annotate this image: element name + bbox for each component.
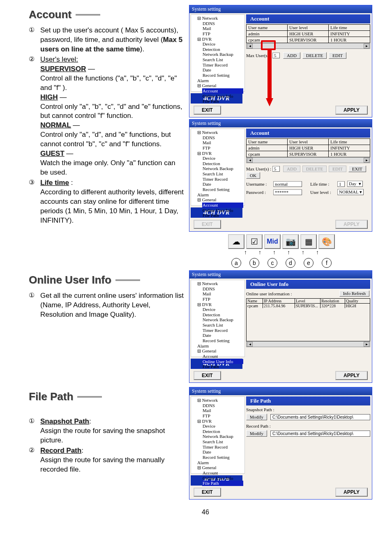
exit-button-small[interactable]: EXIT (348, 166, 366, 172)
dialog-title: System setting (189, 271, 372, 279)
apply-button[interactable]: APPLY (335, 106, 368, 115)
tree-device[interactable]: Device (202, 41, 243, 47)
exit-button[interactable]: EXIT (194, 488, 221, 497)
scroll-left-icon[interactable]: ◂ (247, 44, 253, 48)
label-f: f (322, 258, 332, 268)
live-icon[interactable]: ☁ (228, 234, 244, 249)
enum-num: ① (29, 291, 40, 320)
account-item2: User's level: SUPERVISOR — Control all t… (40, 55, 185, 177)
max-users-input[interactable]: 5 (272, 53, 280, 58)
tree[interactable]: ⊟ Network DDNS Mail FTP ⊟ DVR Device (191, 14, 245, 92)
online-info-label: Online user information : (246, 291, 292, 296)
snapshot-path-input[interactable]: C:\Documents and Settings\Ricky1\Desktop… (270, 414, 370, 420)
enum-num: ② (29, 446, 40, 474)
exit-button[interactable]: EXIT (194, 106, 221, 115)
apply-button[interactable]: APPLY (335, 488, 368, 497)
scroll-right-icon[interactable]: ▸ (364, 158, 369, 163)
account-title: Account (29, 8, 185, 21)
scroll-left-icon[interactable]: ◂ (247, 342, 253, 347)
scroll-right-icon[interactable]: ▸ (364, 44, 369, 48)
label-b: b (249, 258, 259, 268)
delete-button[interactable]: DELETE (302, 52, 327, 59)
pane-title: Online User Info (246, 280, 370, 289)
lifetime-unit-select[interactable]: Day▾ (347, 181, 363, 187)
mid-icon[interactable]: Mid (264, 234, 281, 249)
password-input[interactable]: ****** (273, 189, 302, 195)
camera-icon[interactable]: 📷 (282, 234, 299, 249)
tree-network[interactable]: ⊟ Network DDNS Mail FTP (197, 130, 244, 151)
enum-num: ① (29, 417, 40, 445)
online-title: Online User Info (29, 274, 185, 286)
tree-detection[interactable]: Detection (202, 47, 243, 52)
max-users-input[interactable]: 5 (272, 166, 280, 172)
account-dialog-2: System setting ⊟ Network DDNS Mail FTP (189, 119, 372, 232)
label-c: c (267, 258, 277, 268)
tree-mail[interactable]: Mail (202, 26, 243, 31)
username-input[interactable]: normal (273, 181, 302, 187)
page-number: 46 (29, 509, 382, 516)
hscroll[interactable]: ◂ ▸ (246, 157, 370, 163)
icon-strip: ☁ ☑ Mid 📷 ▦ 🎨 ↑↑↑↑↑↑ a b c d e f (189, 234, 374, 268)
tree-online-user-info[interactable]: Online User Info (202, 94, 243, 99)
info-refresh-button[interactable]: Info Refresh (339, 290, 369, 297)
tree[interactable]: ⊟ Network DDNS Mail FTP ⊟ DVR Device (191, 396, 245, 474)
label-a: a (231, 258, 241, 268)
tree-general[interactable]: ⊟ General Account Online User Info File … (197, 197, 244, 218)
tree-network-backup[interactable]: Network Backup (202, 52, 243, 57)
scroll-left-icon[interactable]: ◂ (247, 158, 253, 163)
hscroll[interactable]: ◂ ▸ (246, 341, 370, 347)
svg-marker-1 (266, 98, 273, 106)
pane-title: File Path (246, 396, 370, 405)
scroll-right-icon[interactable]: ▸ (364, 342, 369, 347)
account-table: User nameUser levelLife time (246, 24, 370, 31)
tree-timer-record[interactable]: Timer Record (202, 62, 243, 68)
red-highlight (261, 40, 276, 50)
enum-num: ② (29, 55, 40, 177)
tree-dvr[interactable]: ⊟ DVR Device Detection Network Backup Se… (197, 37, 244, 78)
label-d: d (286, 258, 295, 268)
record-path-label: Record Path : (246, 424, 370, 428)
tree-search-list[interactable]: Search List (202, 57, 243, 62)
account-dialog-1: System setting ⊟ Network DDNS Mail FTP (189, 5, 372, 117)
modify-button[interactable]: Modify (246, 430, 267, 437)
tree-account[interactable]: Account (202, 88, 243, 94)
password-label: Password : (246, 190, 271, 195)
tree-alarm[interactable]: Alarm (197, 78, 244, 83)
quad-icon[interactable]: ▦ (300, 234, 317, 249)
ok-button[interactable]: OK (246, 172, 260, 179)
lifetime-value-input[interactable]: 1 (337, 181, 345, 187)
record-path-input[interactable]: C:\Documents and Settings\Ricky1\Desktop… (270, 431, 370, 437)
tree-file-path[interactable]: File Path (202, 99, 243, 104)
tree-dvr[interactable]: ⊟ DVR Device Detection Network Backup Se… (197, 151, 244, 192)
account-item1: Set up the user's account ( Max 5 accoun… (40, 26, 185, 54)
online-dialog: System setting ⊟ Network DDNS Mail FTP (189, 270, 372, 383)
username-label: Username : (246, 182, 271, 187)
enum-num: ③ (29, 178, 40, 226)
add-button[interactable]: ADD (283, 52, 300, 59)
chevron-down-icon: ▾ (359, 181, 361, 187)
tree-date[interactable]: Date (202, 67, 243, 73)
apply-button[interactable]: APPLY (335, 371, 368, 380)
red-arrow-icon (266, 50, 273, 108)
filepath-dialog: System setting ⊟ Network DDNS Mail FTP (189, 387, 372, 500)
filepath-item2: Record Path: Assign the route for saving… (40, 446, 185, 474)
tree-network[interactable]: ⊟ Network DDNS Mail FTP (197, 16, 244, 37)
dialog-title: System setting (189, 5, 372, 13)
dialog-title: System setting (189, 387, 372, 395)
edit-button[interactable]: EDIT (329, 52, 346, 59)
pane-title: Account (246, 129, 370, 138)
snapshot-path-label: Snapshot Path : (246, 407, 370, 412)
exit-button[interactable]: EXIT (194, 371, 221, 380)
check-icon[interactable]: ☑ (246, 234, 263, 249)
tree[interactable]: ⊟ Network DDNS Mail FTP ⊟ DVR Device (191, 129, 245, 206)
palette-icon[interactable]: 🎨 (318, 234, 335, 249)
tree[interactable]: ⊟ Network DDNS Mail FTP ⊟ DVR Device (191, 280, 245, 357)
tree-record-setting[interactable]: Record Setting (202, 73, 243, 78)
apply-button: APPLY (335, 220, 368, 229)
tree-general[interactable]: ⊟ General Account Online User Info File … (197, 83, 244, 104)
online-table: Name IP Address Level Resolution Quality… (246, 298, 370, 341)
tree-ftp[interactable]: FTP (202, 31, 243, 37)
modify-button[interactable]: Modify (246, 414, 267, 420)
tree-ddns[interactable]: DDNS (202, 21, 243, 26)
userlevel-select[interactable]: NORMAL▾ (337, 189, 364, 195)
